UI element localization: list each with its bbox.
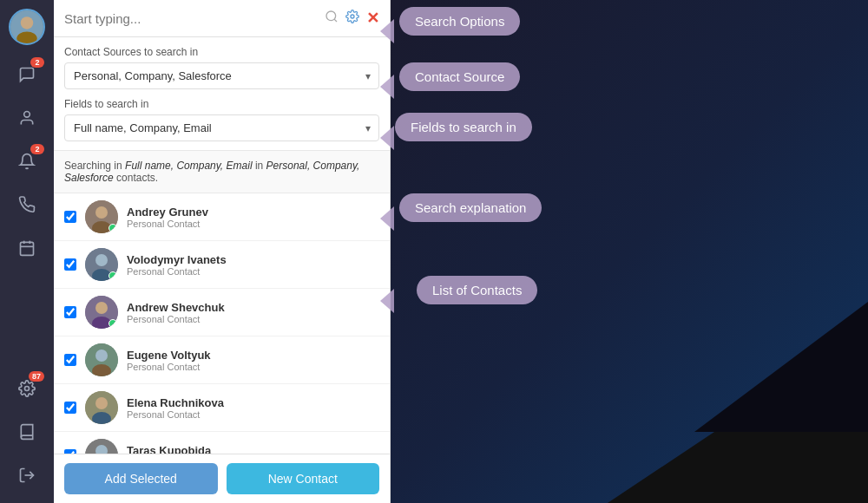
- annotation-area: Search Options Contact Source Fields to …: [391, 0, 868, 503]
- contact-status-dot: [108, 319, 117, 328]
- contact-checkbox[interactable]: [64, 258, 76, 271]
- messages-badge: 2: [30, 57, 44, 68]
- fields-pointer: [380, 126, 394, 150]
- svg-point-14: [95, 206, 108, 219]
- search-icon[interactable]: [325, 10, 339, 27]
- contact-item[interactable]: Eugene VoltyukPersonal Contact: [54, 336, 390, 384]
- search-input[interactable]: [64, 11, 318, 26]
- svg-point-17: [95, 254, 108, 266]
- explanation-middle: in: [253, 160, 266, 172]
- sidebar-item-logout[interactable]: [8, 456, 46, 494]
- svg-line-11: [334, 19, 337, 22]
- add-selected-button[interactable]: Add Selected: [64, 463, 218, 494]
- gear-icon[interactable]: [345, 10, 359, 27]
- sidebar: 2 2 87: [0, 0, 54, 503]
- svg-point-12: [351, 15, 354, 18]
- search-bar: ✕: [54, 0, 390, 37]
- contact-avatar: [85, 296, 118, 329]
- contact-avatar: [85, 200, 118, 233]
- fields-wrapper: Full name, Company, Email ▾: [64, 114, 379, 141]
- contact-name: Andrey Grunev: [127, 206, 379, 219]
- contact-name: Volodymyr Ivanets: [127, 253, 379, 266]
- explanation-bubble: Search explanation: [399, 193, 542, 222]
- contact-source-pointer: [380, 75, 394, 99]
- contact-info: Andrey GrunevPersonal Contact: [127, 206, 379, 229]
- search-explanation: Searching in Full name, Company, Email i…: [54, 151, 390, 193]
- contact-item[interactable]: Taras KupobidaPersonal Contact: [54, 432, 390, 454]
- fields-label: Fields to search in: [64, 98, 379, 110]
- search-options-bubble: Search Options: [399, 7, 520, 36]
- explanation-prefix: Searching in: [64, 160, 125, 172]
- search-panel: ✕ Contact Sources to search in Personal,…: [54, 0, 391, 503]
- contact-status-dot: [108, 271, 117, 280]
- svg-point-26: [95, 397, 108, 409]
- svg-point-3: [24, 112, 30, 118]
- contact-type: Personal Contact: [127, 314, 379, 324]
- explanation-suffix: contacts.: [114, 172, 158, 184]
- contact-avatar: [85, 439, 118, 454]
- contact-item[interactable]: Andrew ShevchukPersonal Contact: [54, 289, 390, 336]
- svg-point-1: [21, 16, 33, 29]
- contact-checkbox[interactable]: [64, 354, 76, 366]
- sidebar-item-calendar[interactable]: [8, 229, 46, 267]
- contact-info: Elena RuchnikovaPersonal Contact: [127, 396, 379, 420]
- contact-type: Personal Contact: [127, 266, 379, 277]
- filters-section: Contact Sources to search in Personal, C…: [54, 37, 390, 151]
- svg-rect-4: [21, 242, 34, 255]
- fields-select[interactable]: Full name, Company, Email: [64, 114, 379, 141]
- contact-type: Personal Contact: [127, 409, 379, 420]
- contact-source-label: Contact Sources to search in: [64, 46, 379, 58]
- contact-info: Eugene VoltyukPersonal Contact: [127, 349, 379, 372]
- contact-info: Taras KupobidaPersonal Contact: [127, 444, 379, 454]
- sidebar-item-library[interactable]: [8, 413, 46, 451]
- contact-avatar: [85, 343, 118, 376]
- contact-checkbox[interactable]: [64, 306, 76, 318]
- svg-point-20: [95, 302, 108, 314]
- explanation-fields: Full name, Company, Email: [125, 160, 253, 172]
- sidebar-item-messages[interactable]: 2: [8, 56, 46, 94]
- contact-source-select[interactable]: Personal, Company, Salesforce: [64, 62, 379, 89]
- settings-badge: 87: [29, 371, 44, 382]
- decor-triangle-2: [694, 302, 868, 432]
- contact-avatar: [85, 248, 118, 281]
- contact-source-bubble: Contact Source: [399, 62, 520, 91]
- contact-name: Andrew Shevchuk: [127, 301, 379, 314]
- contact-status-dot: [108, 224, 117, 232]
- user-avatar[interactable]: [9, 9, 45, 45]
- list-pointer: [380, 289, 394, 313]
- sidebar-item-contacts[interactable]: [8, 99, 46, 137]
- contact-type: Personal Contact: [127, 362, 379, 372]
- contact-checkbox[interactable]: [64, 402, 76, 414]
- contact-item[interactable]: Volodymyr IvanetsPersonal Contact: [54, 241, 390, 289]
- contact-item[interactable]: Andrey GrunevPersonal Contact: [54, 193, 390, 241]
- contact-name: Elena Ruchnikova: [127, 396, 379, 409]
- contact-name: Taras Kupobida: [127, 444, 379, 454]
- svg-point-23: [95, 349, 108, 362]
- contact-info: Volodymyr IvanetsPersonal Contact: [127, 253, 379, 277]
- contact-avatar: [85, 391, 118, 424]
- contact-item[interactable]: Elena RuchnikovaPersonal Contact: [54, 384, 390, 432]
- contact-name: Eugene Voltyuk: [127, 349, 379, 362]
- sidebar-item-settings[interactable]: 87: [8, 369, 46, 408]
- fields-bubble: Fields to search in: [395, 113, 532, 141]
- list-bubble: List of Contacts: [417, 276, 537, 304]
- contact-checkbox[interactable]: [64, 211, 76, 223]
- svg-point-8: [25, 387, 30, 391]
- contact-list: Andrey GrunevPersonal ContactVolodymyr I…: [54, 193, 390, 454]
- sidebar-item-notifications[interactable]: 2: [8, 142, 46, 180]
- search-options-pointer: [380, 19, 394, 43]
- explanation-pointer: [380, 206, 394, 231]
- svg-point-10: [326, 11, 336, 21]
- new-contact-button[interactable]: New Contact: [227, 463, 380, 494]
- contact-type: Personal Contact: [127, 219, 379, 229]
- contact-info: Andrew ShevchukPersonal Contact: [127, 301, 379, 324]
- bottom-bar: Add Selected New Contact: [54, 454, 390, 503]
- close-icon[interactable]: ✕: [366, 9, 379, 28]
- sidebar-item-phone[interactable]: [8, 186, 46, 224]
- notifications-badge: 2: [30, 144, 44, 154]
- contact-source-wrapper: Personal, Company, Salesforce ▾: [64, 62, 379, 89]
